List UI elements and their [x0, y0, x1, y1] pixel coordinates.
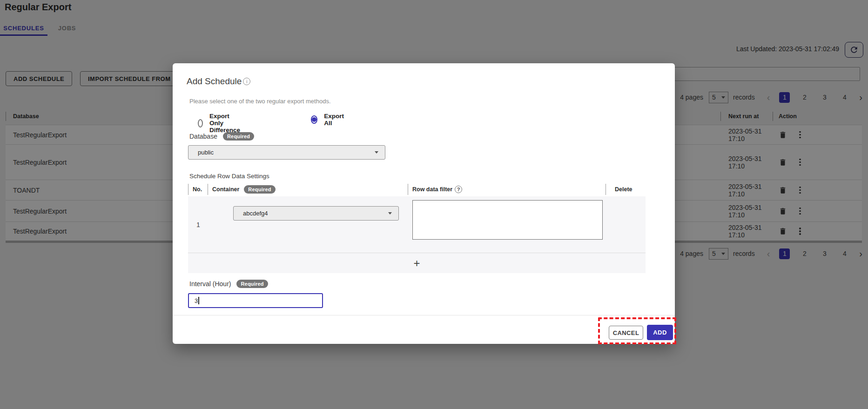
radio-label: Export Only Difference: [209, 113, 243, 134]
header-row-data-filter: Row data filter ?: [408, 182, 606, 196]
database-select[interactable]: public: [188, 145, 385, 160]
settings-heading: Schedule Row Data Settings: [189, 173, 269, 180]
dialog-subtitle: Please select one of the two regular exp…: [189, 98, 331, 105]
radio-export-all[interactable]: Export All: [311, 113, 346, 127]
radio-checked-icon: [311, 115, 317, 124]
chevron-down-icon: [388, 212, 392, 215]
settings-row: 1 abcdefg4: [188, 196, 646, 253]
database-select-value: public: [198, 149, 214, 156]
interval-label-text: Interval (Hour): [189, 280, 231, 288]
database-field-label: Database Required: [189, 132, 254, 141]
row-data-filter-textarea[interactable]: [412, 200, 603, 240]
cancel-button[interactable]: CANCEL: [609, 326, 643, 340]
interval-value: 3: [195, 297, 198, 304]
settings-header-row: No. Container Required Row data filter ?…: [188, 182, 646, 196]
radio-export-only-difference[interactable]: Export Only Difference: [198, 113, 243, 134]
header-container: Container Required: [208, 182, 408, 196]
database-label-text: Database: [189, 133, 217, 140]
info-icon[interactable]: i: [243, 78, 250, 85]
dialog-title-row: Add Schedule i: [187, 76, 250, 87]
required-badge: Required: [244, 185, 275, 194]
text-cursor: [198, 297, 199, 304]
dialog-title: Add Schedule: [187, 76, 242, 87]
required-badge: Required: [223, 132, 254, 141]
row-number: 1: [196, 221, 200, 228]
add-row-button[interactable]: +: [188, 253, 646, 273]
required-badge: Required: [236, 280, 268, 288]
interval-field-label: Interval (Hour) Required: [189, 280, 268, 288]
radio-label: Export All: [324, 113, 345, 127]
add-button[interactable]: ADD: [647, 325, 673, 340]
chevron-down-icon: [375, 151, 378, 154]
header-delete: Delete: [606, 182, 646, 196]
header-container-text: Container: [212, 186, 239, 193]
header-no: No.: [188, 182, 208, 196]
header-row-data-filter-text: Row data filter: [412, 186, 452, 193]
footer-divider: [173, 315, 675, 315]
radio-unchecked-icon: [198, 119, 203, 127]
interval-input[interactable]: 3: [188, 293, 323, 308]
container-select[interactable]: abcdefg4: [233, 206, 399, 221]
help-icon[interactable]: ?: [455, 186, 462, 193]
container-select-value: abcdefg4: [243, 210, 268, 217]
schedule-row-settings-table: No. Container Required Row data filter ?…: [188, 182, 646, 273]
add-schedule-dialog: Add Schedule i Please select one of the …: [173, 63, 675, 344]
plus-icon: +: [413, 257, 420, 270]
regular-export-page: Regular Export SCHEDULES JOBS Last Updat…: [0, 0, 868, 409]
